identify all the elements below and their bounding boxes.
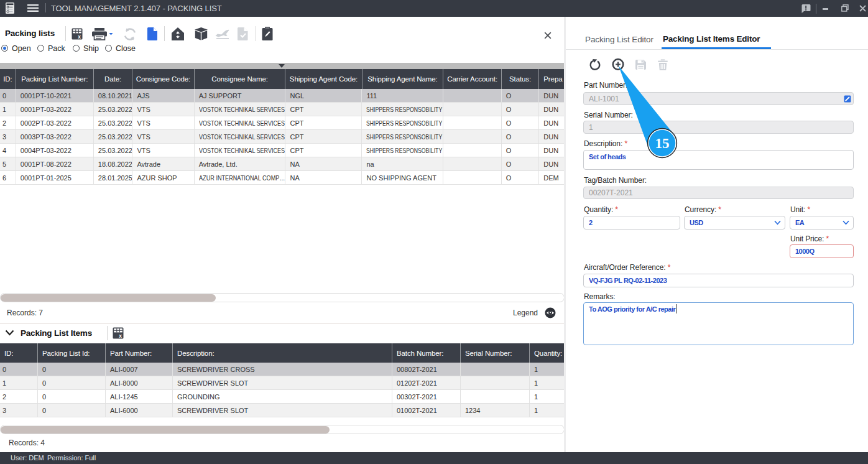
svg-text:15: 15 [655,136,670,151]
svg-text:x: x [78,34,81,40]
svg-text:x: x [119,333,122,339]
